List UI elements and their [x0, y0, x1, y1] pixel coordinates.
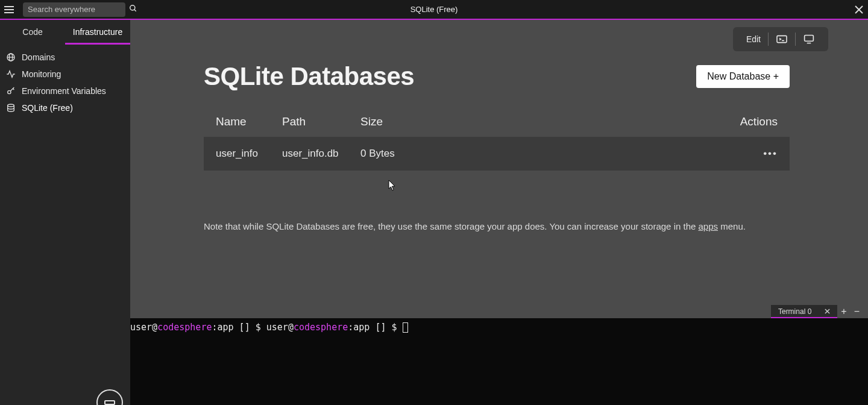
- sidebar-item-label: Domains: [22, 52, 55, 62]
- terminal-panel: Terminal 0 + − user@codesphere:app [] $ …: [130, 305, 868, 405]
- tab-infrastructure[interactable]: Infrastructure: [65, 20, 130, 44]
- prompt-host: codesphere: [294, 322, 348, 333]
- display-button[interactable]: [796, 32, 822, 46]
- search-icon: [129, 4, 137, 15]
- tab-code[interactable]: Code: [0, 20, 65, 44]
- terminal-tab-close[interactable]: [825, 307, 830, 316]
- action-bar: Edit: [733, 27, 828, 51]
- edit-label: Edit: [746, 34, 761, 44]
- sidebar-item-label: SQLite (Free): [22, 103, 73, 113]
- terminal-tab-label: Terminal 0: [778, 307, 811, 316]
- svg-line-4: [134, 9, 136, 11]
- storage-note: Note that while SQLite Databases are fre…: [204, 221, 790, 231]
- hamburger-icon: [4, 5, 14, 14]
- terminal-minimize-button[interactable]: −: [851, 306, 863, 317]
- svg-rect-14: [777, 36, 787, 42]
- more-icon: •••: [763, 148, 778, 159]
- terminal-cursor: [403, 322, 408, 333]
- display-icon: [803, 34, 815, 45]
- sidebar: Code Infrastructure Domains Monitoring E…: [0, 20, 130, 405]
- terminal-body[interactable]: user@codesphere:app [] $ user@codesphere…: [130, 318, 868, 405]
- svg-line-12: [13, 89, 14, 90]
- svg-point-3: [130, 5, 135, 10]
- databases-table: Name Path Size Actions user_info user_in…: [204, 115, 790, 171]
- svg-rect-16: [805, 35, 814, 41]
- prompt-user: user@: [130, 322, 157, 333]
- svg-point-10: [8, 90, 11, 93]
- new-database-label: New Database +: [707, 71, 779, 81]
- apps-link[interactable]: apps: [699, 221, 719, 231]
- prompt-path: :app [] $: [348, 322, 402, 333]
- note-text: menu.: [718, 221, 746, 231]
- key-icon: [6, 86, 16, 96]
- plus-icon: +: [841, 306, 846, 316]
- column-name: Name: [216, 115, 282, 128]
- svg-rect-1: [4, 9, 14, 10]
- content-area: Edit L .avatar{position:absolute;top:13p…: [130, 20, 868, 305]
- cell-size: 0 Bytes: [360, 148, 729, 160]
- titlebar: SQLite (Free): [0, 0, 868, 19]
- svg-point-13: [8, 104, 14, 107]
- help-button[interactable]: [96, 389, 123, 405]
- terminal-add-button[interactable]: +: [837, 306, 850, 317]
- terminal-icon: [776, 34, 788, 44]
- prompt-user: user@: [266, 322, 294, 333]
- terminal-tab[interactable]: Terminal 0: [771, 305, 837, 318]
- sidebar-item-label: Environment Variables: [22, 86, 106, 96]
- tab-code-label: Code: [22, 27, 42, 37]
- note-text: Note that while SQLite Databases are fre…: [204, 221, 699, 231]
- minus-icon: −: [854, 306, 860, 316]
- prompt-path: :app [] $: [212, 322, 266, 333]
- tab-infrastructure-label: Infrastructure: [73, 27, 122, 37]
- cell-path: user_info.db: [282, 148, 360, 160]
- new-database-button[interactable]: New Database +: [696, 65, 790, 88]
- close-button[interactable]: [855, 0, 863, 19]
- hamburger-menu-button[interactable]: [0, 0, 18, 19]
- close-icon: [825, 309, 830, 314]
- sidebar-item-env-vars[interactable]: Environment Variables: [0, 83, 130, 99]
- search-field[interactable]: [23, 2, 125, 17]
- window-title: SQLite (Free): [410, 5, 458, 14]
- column-size: Size: [360, 115, 729, 128]
- column-actions: Actions: [729, 115, 778, 128]
- column-path: Path: [282, 115, 360, 128]
- svg-rect-2: [4, 12, 14, 13]
- page-title: SQLite Databases: [204, 62, 414, 91]
- svg-rect-0: [4, 6, 14, 7]
- sidebar-item-monitoring[interactable]: Monitoring: [0, 66, 130, 83]
- prompt-host: codesphere: [157, 322, 212, 333]
- close-icon: [855, 5, 863, 14]
- terminal-button[interactable]: [769, 32, 795, 46]
- database-icon: [6, 103, 16, 113]
- table-row[interactable]: user_info user_info.db 0 Bytes •••: [204, 137, 790, 171]
- globe-icon: [6, 52, 16, 62]
- row-actions-button[interactable]: •••: [729, 148, 778, 160]
- sidebar-item-domains[interactable]: Domains: [0, 49, 130, 66]
- edit-button[interactable]: Edit: [739, 32, 768, 46]
- search-input[interactable]: [28, 5, 129, 14]
- activity-icon: [6, 69, 16, 79]
- sidebar-item-sqlite[interactable]: SQLite (Free): [0, 99, 130, 116]
- help-icon: [104, 400, 115, 405]
- cell-name: user_info: [216, 148, 282, 160]
- sidebar-item-label: Monitoring: [22, 69, 61, 79]
